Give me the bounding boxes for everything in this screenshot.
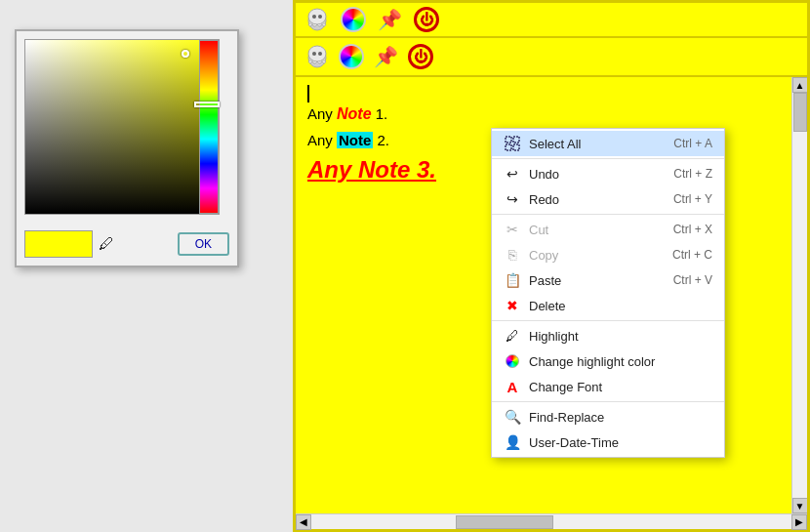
ctx-separator-3 [492, 320, 724, 321]
color-wheel-icon-title[interactable] [341, 7, 366, 32]
power-btn[interactable]: ⏻ [414, 7, 439, 32]
color-cursor [182, 50, 189, 58]
power-btn-toolbar[interactable]: ⏻ [408, 44, 433, 69]
paste-icon: 📋 [504, 271, 521, 289]
svg-point-6 [312, 52, 316, 56]
note-line2-prefix: Any [307, 132, 337, 148]
scroll-track[interactable] [792, 93, 807, 498]
delete-icon: ✖ [504, 297, 521, 314]
ctx-undo[interactable]: ↩ Undo Ctrl + Z [492, 161, 724, 186]
ctx-undo-shortcut: Ctrl + Z [673, 167, 712, 181]
user-icon: 👤 [504, 433, 521, 451]
svg-rect-9 [513, 137, 519, 143]
power-icon-title[interactable]: ⏻ [413, 6, 440, 33]
cut-icon: ✂ [504, 221, 521, 238]
note-line2-styled: Note [337, 132, 373, 148]
ctx-delete[interactable]: ✖ Delete [492, 293, 724, 318]
cursor-line [307, 85, 780, 102]
color-preview [24, 230, 93, 258]
svg-point-3 [318, 15, 322, 19]
ctx-paste-shortcut: Ctrl + V [673, 273, 712, 287]
ok-button[interactable]: OK [178, 232, 229, 256]
note-titlebar: 📌 ⏻ [296, 3, 807, 38]
ctx-redo-shortcut: Ctrl + Y [673, 192, 712, 206]
find-icon: 🔍 [504, 408, 521, 426]
ctx-undo-label: Undo [529, 167, 559, 182]
hscroll-track[interactable] [311, 514, 791, 529]
color-canvas[interactable] [24, 39, 220, 215]
eyedropper-icon[interactable]: 🖊 [99, 235, 114, 253]
ctx-separator-1 [492, 158, 724, 159]
scroll-up-btn[interactable]: ▲ [792, 77, 808, 93]
horizontal-scrollbar[interactable]: ◀ ▶ [296, 513, 807, 529]
ctx-user-date-time[interactable]: 👤 User-Date-Time [492, 430, 724, 455]
svg-point-5 [308, 46, 326, 61]
note-line1-suffix: 1. [372, 105, 388, 122]
ctx-copy-label: Copy [529, 248, 558, 263]
ctx-change-highlight[interactable]: Change highlight color [492, 348, 724, 374]
font-icon: A [504, 378, 521, 395]
note-toolbar: 📌 ⏻ [296, 38, 807, 77]
note-line1-prefix: Any [307, 105, 337, 122]
ghost-icon-title[interactable] [304, 6, 331, 33]
note-line1-styled: Note [337, 105, 372, 122]
ctx-find-replace[interactable]: 🔍 Find-Replace [492, 404, 724, 430]
color-wheel-icon-toolbar[interactable] [339, 44, 364, 69]
ctx-copy-shortcut: Ctrl + C [672, 248, 712, 262]
undo-icon: ↩ [504, 165, 521, 183]
ctx-cut-shortcut: Ctrl + X [673, 223, 712, 236]
svg-rect-11 [513, 144, 519, 150]
ctx-change-font-label: Change Font [529, 380, 602, 394]
svg-point-7 [318, 52, 322, 56]
svg-point-1 [308, 9, 326, 24]
ctx-redo[interactable]: ↪ Redo Ctrl + Y [492, 186, 724, 212]
ctx-cut-label: Cut [529, 223, 548, 237]
redo-icon: ↪ [504, 190, 521, 208]
select-all-icon [504, 135, 521, 152]
copy-icon: ⎘ [504, 246, 521, 264]
ctx-separator-2 [492, 214, 724, 215]
hscroll-left-btn[interactable]: ◀ [296, 514, 311, 530]
ctx-cut[interactable]: ✂ Cut Ctrl + X [492, 217, 724, 242]
hue-strip[interactable] [199, 40, 219, 214]
ctx-find-replace-label: Find-Replace [529, 410, 604, 425]
pin-icon-title[interactable]: 📌 [376, 6, 403, 33]
power-icon-toolbar[interactable]: ⏻ [407, 43, 434, 70]
note-line2-suffix: 2. [373, 132, 389, 148]
ctx-delete-label: Delete [529, 299, 566, 313]
svg-rect-8 [506, 137, 511, 143]
scroll-thumb[interactable] [793, 93, 807, 132]
ctx-paste-label: Paste [529, 273, 561, 288]
svg-point-2 [312, 15, 316, 19]
note-body: Any Note 1. Any Note 2. Any Note 3. Sele… [296, 77, 807, 513]
color-picker-dialog: 🖊 OK [15, 29, 239, 267]
change-highlight-icon [504, 352, 521, 370]
scroll-down-btn[interactable]: ▼ [792, 498, 808, 513]
ctx-copy[interactable]: ⎘ Copy Ctrl + C [492, 242, 724, 267]
ctx-user-date-time-label: User-Date-Time [529, 435, 619, 450]
context-menu: Select All Ctrl + A ↩ Undo Ctrl + Z ↪ Re… [491, 128, 725, 458]
ctx-select-all-shortcut: Ctrl + A [673, 137, 712, 150]
ctx-change-font[interactable]: A Change Font [492, 374, 724, 399]
hscroll-thumb[interactable] [456, 515, 553, 529]
note-line-1: Any Note 1. [307, 102, 780, 126]
pin-icon-toolbar[interactable]: 📌 [372, 43, 399, 70]
ctx-separator-4 [492, 401, 724, 402]
ctx-highlight-label: Highlight [529, 329, 579, 344]
ctx-highlight[interactable]: 🖊 Highlight [492, 323, 724, 348]
svg-rect-10 [506, 144, 511, 150]
right-scrollbar[interactable]: ▲ ▼ [791, 77, 807, 513]
color-picker-bottom: 🖊 OK [24, 230, 229, 258]
hue-cursor [194, 102, 220, 107]
hscroll-right-btn[interactable]: ▶ [791, 514, 807, 530]
ctx-redo-label: Redo [529, 192, 559, 207]
note-window: 📌 ⏻ 📌 ⏻ [293, 0, 810, 532]
ctx-paste[interactable]: 📋 Paste Ctrl + V [492, 267, 724, 293]
highlight-icon: 🖊 [504, 327, 521, 345]
ctx-select-all-label: Select All [529, 137, 581, 151]
ghost-icon-toolbar[interactable] [304, 43, 331, 70]
ctx-select-all[interactable]: Select All Ctrl + A [492, 131, 724, 156]
ctx-change-highlight-label: Change highlight color [529, 354, 655, 369]
